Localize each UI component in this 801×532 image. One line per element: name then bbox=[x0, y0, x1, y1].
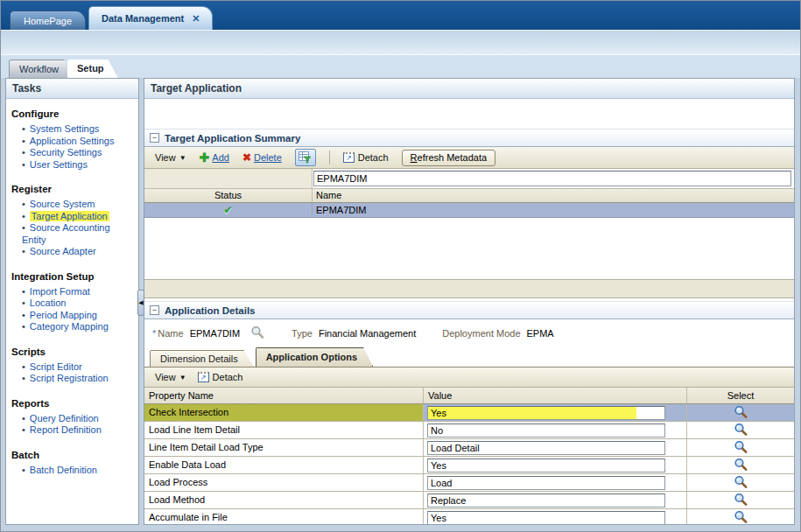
delete-x-icon: ✖ bbox=[242, 152, 251, 163]
detach-button[interactable]: ↗ Detach bbox=[198, 372, 243, 382]
collapse-icon[interactable]: − bbox=[150, 305, 159, 315]
sidebar-item-user-settings[interactable]: User Settings bbox=[30, 159, 88, 170]
sidebar-item-category-mapping[interactable]: Category Mapping bbox=[30, 321, 109, 332]
status-cell: ✔ bbox=[144, 203, 313, 217]
status-column-header[interactable]: Status bbox=[144, 189, 313, 202]
select-magnifier-icon[interactable] bbox=[734, 475, 748, 491]
sidebar-item-report-definition[interactable]: Report Definition bbox=[30, 424, 102, 435]
property-name-cell: Line Item Detail Load Type bbox=[144, 439, 424, 456]
sidebar-item-period-mapping[interactable]: Period Mapping bbox=[30, 310, 97, 320]
tab-homepage[interactable]: HomePage bbox=[10, 10, 86, 30]
property-row[interactable]: Load Line Item DetailNo bbox=[144, 422, 794, 439]
bullet-icon: • bbox=[22, 147, 25, 158]
value-cell: No bbox=[424, 422, 687, 438]
tab-application-options[interactable]: Application Options bbox=[256, 347, 374, 367]
value-input[interactable]: Load bbox=[427, 476, 665, 490]
summary-filter-row bbox=[144, 169, 794, 189]
sidebar-item-system-settings[interactable]: System Settings bbox=[30, 123, 99, 134]
sidebar-item-source-system[interactable]: Source System bbox=[30, 199, 95, 209]
sidebar-section-heading: Reports bbox=[11, 398, 134, 409]
collapse-icon[interactable]: − bbox=[150, 133, 159, 143]
sidebar-section-list: •Import Format•Location•Period Mapping•C… bbox=[11, 286, 134, 333]
sidebar-section-heading: Batch bbox=[11, 450, 134, 460]
refresh-metadata-label: Refresh Metadata bbox=[411, 152, 487, 163]
name-field-value: EPMA7DIM bbox=[190, 328, 240, 339]
list-item: •Report Definition bbox=[22, 424, 134, 437]
property-row[interactable]: Line Item Detail Load TypeLoad Detail bbox=[144, 439, 794, 457]
table-row[interactable]: ✔ EPMA7DIM bbox=[144, 203, 794, 218]
property-name-column-header[interactable]: Property Name bbox=[144, 388, 424, 403]
view-menu-button[interactable]: View ▼ bbox=[155, 372, 186, 382]
property-row[interactable]: Load MethodReplace bbox=[144, 492, 794, 509]
sidebar-item-query-definition[interactable]: Query Definition bbox=[30, 413, 99, 424]
add-button[interactable]: ✚ Add bbox=[200, 151, 229, 164]
value-input[interactable]: No bbox=[427, 424, 665, 438]
sidebar-item-source-accounting-entity[interactable]: Source Accounting Entity bbox=[22, 222, 110, 245]
sidebar-item-application-settings[interactable]: Application Settings bbox=[30, 136, 115, 146]
tab-dimension-details[interactable]: Dimension Details bbox=[150, 350, 254, 367]
select-magnifier-icon[interactable] bbox=[734, 405, 748, 421]
select-magnifier-icon[interactable] bbox=[734, 423, 748, 438]
sidebar-item-script-editor[interactable]: Script Editor bbox=[30, 361, 82, 372]
property-row[interactable]: Accumulate in FileYes bbox=[144, 509, 794, 525]
name-column-header[interactable]: Name bbox=[313, 189, 794, 202]
list-item: •Source Accounting Entity bbox=[22, 222, 134, 246]
filter-grid-icon bbox=[299, 151, 312, 164]
sidebar-item-source-adapter[interactable]: Source Adapter bbox=[30, 246, 96, 256]
tab-workflow[interactable]: Workflow bbox=[9, 60, 74, 78]
bullet-icon: • bbox=[22, 424, 25, 435]
property-name-cell: Load Line Item Detail bbox=[144, 422, 424, 438]
select-cell bbox=[687, 422, 794, 438]
property-row[interactable]: Enable Data LoadYes bbox=[144, 457, 794, 474]
sidebar-item-script-registration[interactable]: Script Registration bbox=[30, 373, 109, 383]
sidebar-item-target-application[interactable]: Target Application bbox=[30, 211, 109, 221]
property-row[interactable]: Load ProcessLoad bbox=[144, 474, 794, 492]
tab-homepage-label: HomePage bbox=[24, 16, 72, 26]
plus-icon: ✚ bbox=[200, 151, 210, 164]
query-by-example-button[interactable] bbox=[295, 149, 316, 166]
list-item: •Source Adapter bbox=[22, 246, 134, 258]
bullet-icon: • bbox=[22, 286, 25, 297]
name-filter-input[interactable] bbox=[313, 171, 791, 186]
value-input[interactable]: Yes bbox=[427, 406, 665, 420]
name-search-icon[interactable] bbox=[250, 326, 265, 341]
close-icon[interactable]: ✕ bbox=[192, 14, 200, 24]
value-cell: Yes bbox=[424, 404, 687, 421]
view-menu-label: View bbox=[155, 372, 176, 382]
value-input[interactable]: Yes bbox=[427, 511, 665, 525]
select-magnifier-icon[interactable] bbox=[734, 440, 748, 456]
sidebar-section-heading: Configure bbox=[11, 108, 134, 119]
content-area: Tasks Configure•System Settings•Applicat… bbox=[1, 78, 800, 531]
sidebar-item-security-settings[interactable]: Security Settings bbox=[30, 147, 102, 158]
detach-button-label: Detach bbox=[358, 152, 389, 163]
sidebar-item-batch-definition[interactable]: Batch Definition bbox=[30, 465, 97, 475]
options-table-body: Check IntersectionYesLoad Line Item Deta… bbox=[144, 404, 794, 525]
detach-button[interactable]: ↗ Detach bbox=[343, 152, 389, 163]
sidebar-item-import-format[interactable]: Import Format bbox=[30, 286, 90, 297]
tab-workflow-label: Workflow bbox=[19, 64, 59, 74]
details-section-title: Application Details bbox=[165, 305, 256, 316]
list-item: •Security Settings bbox=[22, 147, 134, 159]
add-button-label: Add bbox=[212, 152, 229, 163]
refresh-metadata-button[interactable]: Refresh Metadata bbox=[402, 150, 495, 166]
property-row[interactable]: Check IntersectionYes bbox=[144, 404, 794, 422]
tab-data-management[interactable]: Data Management ✕ bbox=[88, 6, 213, 30]
select-magnifier-icon[interactable] bbox=[734, 510, 748, 526]
bullet-icon: • bbox=[22, 413, 25, 424]
tab-dimension-details-label: Dimension Details bbox=[160, 354, 238, 364]
select-magnifier-icon[interactable] bbox=[734, 493, 748, 508]
value-input[interactable]: Load Detail bbox=[427, 441, 665, 455]
value-input[interactable]: Yes bbox=[427, 458, 665, 472]
value-column-header[interactable]: Value bbox=[424, 388, 687, 403]
view-menu-button[interactable]: View ▼ bbox=[155, 152, 186, 163]
value-input[interactable]: Replace bbox=[427, 494, 665, 508]
list-item: •Period Mapping bbox=[22, 310, 134, 322]
sidebar-item-location[interactable]: Location bbox=[30, 298, 67, 308]
delete-button[interactable]: ✖ Delete bbox=[242, 152, 282, 163]
bullet-icon: • bbox=[22, 361, 25, 372]
splitter-collapse-handle[interactable]: ◀ bbox=[137, 290, 144, 316]
tab-setup[interactable]: Setup bbox=[67, 60, 118, 78]
select-magnifier-icon[interactable] bbox=[734, 458, 748, 473]
select-column-header[interactable]: Select bbox=[687, 388, 794, 403]
list-item: •Category Mapping bbox=[22, 321, 134, 333]
